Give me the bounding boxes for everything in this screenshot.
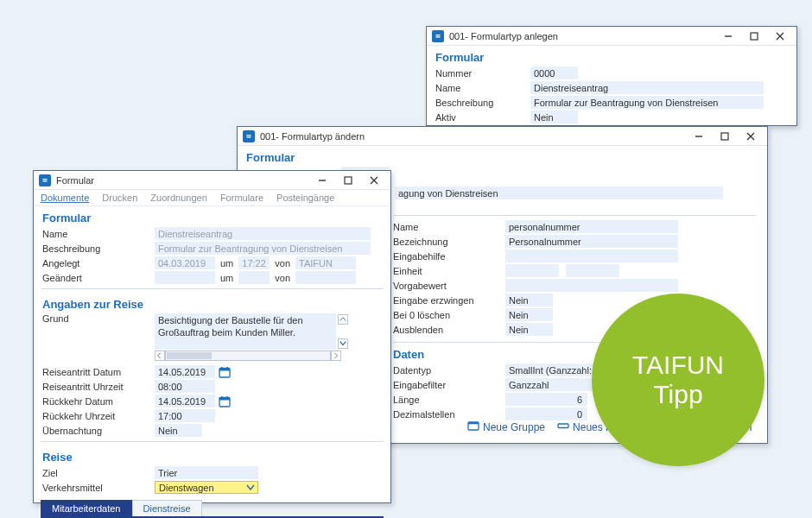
- value-antritt-datum[interactable]: 14.05.2019: [155, 365, 215, 378]
- value-bezeichnung[interactable]: Personalnummer: [505, 235, 678, 248]
- textarea-grund[interactable]: Besichtigung der Baustelle für den Großa…: [155, 313, 336, 350]
- label-geaendert: Geändert: [42, 273, 155, 283]
- value-eingabehilfe[interactable]: [505, 250, 678, 262]
- scroll-down-button[interactable]: [338, 338, 348, 349]
- maximize-button[interactable]: [741, 28, 767, 44]
- app-icon: [243, 130, 255, 142]
- value-einheit[interactable]: [505, 264, 559, 277]
- label-laenge: Länge: [393, 395, 505, 405]
- label-name: Name: [393, 222, 505, 232]
- btn-neue-gruppe[interactable]: Neue Gruppe: [467, 420, 545, 434]
- menu-formulare[interactable]: Formulare: [220, 193, 263, 203]
- scroll-up-button[interactable]: [338, 314, 348, 325]
- value-ziel[interactable]: Trier: [155, 466, 258, 479]
- tab-dienstreise[interactable]: Dienstreise: [132, 500, 202, 516]
- combo-value: Dienstwagen: [159, 483, 214, 493]
- menu-posteingaenge[interactable]: Posteingänge: [276, 193, 334, 203]
- label-ausblenden: Ausblenden: [393, 325, 505, 335]
- chevron-down-icon: [246, 483, 255, 494]
- window-formular: Formular Dokumente Drucken Zuordnungen F…: [33, 170, 391, 503]
- label-name: Name: [435, 83, 530, 93]
- window-formulartyp-anlegen: 001- Formulartyp anlegen Formular Nummer…: [426, 26, 797, 126]
- maximize-button[interactable]: [335, 173, 361, 188]
- value-rueckkehr-uhrzeit[interactable]: 17:00: [155, 409, 215, 422]
- maximize-button[interactable]: [712, 129, 738, 144]
- section-angaben-reise: Angaben zur Reise: [34, 293, 390, 313]
- new-group-icon: [467, 420, 479, 434]
- tab-mitarbeiterdaten[interactable]: Mitarbeiterdaten: [41, 500, 132, 516]
- label-aktiv: Aktiv: [435, 112, 530, 123]
- value-uebernachtung[interactable]: Nein: [155, 424, 202, 437]
- label-uebernachtung: Übernachtung: [42, 426, 155, 436]
- value-einheit2[interactable]: [566, 264, 619, 277]
- value-antritt-uhrzeit[interactable]: 08:00: [155, 380, 215, 393]
- label-beschreibung: Beschreibung: [435, 98, 530, 108]
- titlebar[interactable]: 001- Formulartyp anlegen: [427, 27, 796, 46]
- app-icon: [432, 30, 444, 42]
- window-title: Formular: [56, 175, 309, 186]
- label-von: von: [270, 258, 295, 268]
- window-title: 001- Formulartyp anlegen: [449, 31, 715, 41]
- value-aktiv[interactable]: Nein: [530, 111, 578, 123]
- label-einheit: Einheit: [393, 266, 505, 276]
- value-angelegt-zeit: 17:22: [238, 256, 270, 269]
- new-field-icon: [557, 420, 569, 434]
- close-button[interactable]: [767, 28, 793, 44]
- label-grund: Grund: [42, 313, 155, 324]
- menubar: Dokumente Drucken Zuordnungen Formulare …: [34, 190, 390, 206]
- value-beschreibung-fragment[interactable]: agung von Dienstreisen: [395, 186, 723, 199]
- combo-verkehrsmittel[interactable]: Dienstwagen: [155, 481, 258, 494]
- titlebar[interactable]: Formular: [34, 171, 390, 190]
- minimize-button[interactable]: [309, 173, 335, 188]
- value-geaendert-datum: [155, 271, 215, 284]
- value-vorgabewert[interactable]: [505, 279, 678, 292]
- value-beschreibung[interactable]: Formular zur Beantragung von Dienstreise…: [530, 96, 764, 109]
- calendar-icon[interactable]: [219, 395, 231, 407]
- label-ziel: Ziel: [42, 468, 155, 478]
- badge-line1: TAIFUN: [632, 351, 724, 381]
- section-formular: Formular: [427, 46, 796, 66]
- menu-zuordnungen[interactable]: Zuordnungen: [150, 193, 206, 203]
- label-angelegt: Angelegt: [42, 258, 155, 268]
- minimize-button[interactable]: [715, 28, 741, 44]
- section-formular: Formular: [34, 206, 390, 226]
- value-angelegt-datum: 04.03.2019: [155, 256, 215, 269]
- app-icon: [39, 174, 51, 186]
- label-antritt-uhrzeit: Reiseantritt Uhrzeit: [42, 382, 155, 392]
- label-datentyp: Datentyp: [393, 365, 505, 376]
- scroll-left-button[interactable]: [155, 351, 165, 361]
- close-button[interactable]: [738, 129, 764, 144]
- value-name[interactable]: Dienstreiseantrag: [530, 81, 764, 94]
- close-button[interactable]: [361, 173, 387, 188]
- value-ausblenden[interactable]: Nein: [505, 323, 553, 336]
- label-rueckkehr-datum: Rückkehr Datum: [42, 396, 155, 407]
- value-angelegt-von: TAIFUN: [295, 256, 356, 269]
- scroll-right-button[interactable]: [331, 351, 341, 361]
- value-nummer[interactable]: 0000: [530, 66, 578, 79]
- label-name: Name: [42, 229, 155, 239]
- calendar-icon[interactable]: [219, 366, 231, 378]
- menu-dokumente[interactable]: Dokumente: [41, 193, 89, 203]
- value-bei0[interactable]: Nein: [505, 308, 553, 321]
- menu-drucken[interactable]: Drucken: [102, 193, 137, 203]
- label-rueckkehr-uhrzeit: Rückkehr Uhrzeit: [42, 411, 155, 421]
- label-beschreibung: Beschreibung: [42, 243, 155, 254]
- label-um2: um: [215, 273, 238, 283]
- label-bezeichnung: Bezeichnung: [393, 237, 505, 247]
- value-geaendert-von: [295, 271, 356, 284]
- titlebar[interactable]: 001- Formulartyp ändern: [238, 127, 767, 146]
- label-erzwingen: Eingabe erzwingen: [393, 295, 505, 306]
- value-name[interactable]: personalnummer: [505, 220, 678, 233]
- label-von2: von: [270, 273, 295, 283]
- value-laenge[interactable]: 6: [505, 393, 587, 406]
- minimize-button[interactable]: [686, 129, 712, 144]
- value-beschreibung: Formular zur Beantragung von Dienstreise…: [155, 242, 371, 255]
- taifun-tipp-badge: TAIFUN Tipp: [592, 294, 764, 466]
- scrollbar-thumb[interactable]: [167, 352, 212, 359]
- section-reise: Reise: [34, 445, 390, 465]
- value-erzwingen[interactable]: Nein: [505, 294, 553, 306]
- h-scrollbar[interactable]: [165, 351, 331, 361]
- label-bei0: Bei 0 löschen: [393, 310, 505, 320]
- value-rueckkehr-datum[interactable]: 14.05.2019: [155, 395, 215, 407]
- badge-line2: Tipp: [653, 380, 702, 410]
